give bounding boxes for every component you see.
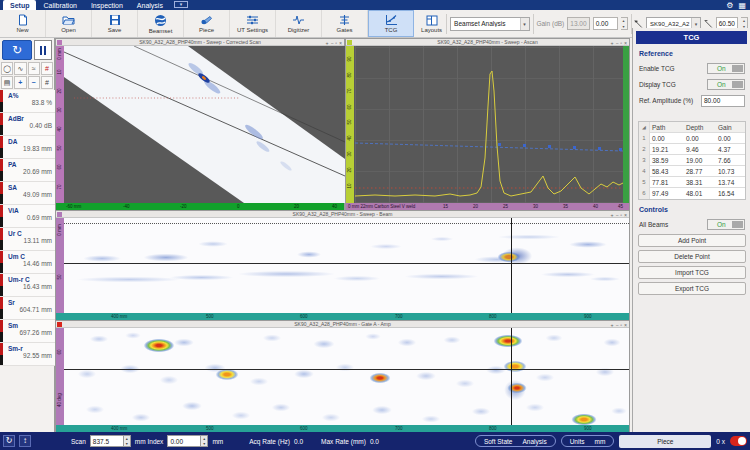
zoom-out-icon[interactable]: −	[615, 322, 618, 328]
zoom-in-icon[interactable]: +	[610, 40, 613, 46]
ref-amplitude-input[interactable]: 80.00	[701, 95, 745, 107]
reading-row-um-c[interactable]: Um C14.46 mm	[0, 251, 55, 274]
save-button[interactable]: Save	[92, 10, 138, 37]
reading-value: 92.55 mm	[8, 352, 52, 359]
beamset-button[interactable]: Beamset	[138, 10, 184, 37]
new-button[interactable]: New	[0, 10, 46, 37]
tcg-table-row[interactable]: 10.000.000.00	[639, 133, 745, 144]
ascan-plot[interactable]	[355, 46, 623, 203]
scan-spinner[interactable]: ▴▾	[124, 435, 131, 447]
grid-tool-button[interactable]: #	[41, 62, 53, 75]
menu-calibration[interactable]: Calibration	[36, 0, 83, 10]
menu-inspection[interactable]: Inspection	[84, 0, 130, 10]
zoom-out-icon[interactable]: −	[330, 40, 333, 46]
pause-button[interactable]	[34, 40, 52, 60]
scan-position-input[interactable]: 837.5	[90, 435, 124, 447]
spin-down-icon[interactable]: ▾	[201, 441, 207, 446]
reading-row-sm-r[interactable]: Sm-r92.55 mm	[0, 343, 55, 366]
display-tcg-toggle[interactable]: On	[707, 79, 745, 90]
close-icon[interactable]: ×	[624, 322, 627, 328]
sector-scan-plot[interactable]	[64, 46, 345, 203]
reading-row-pa[interactable]: PA20.69 mm	[0, 159, 55, 182]
reading-row-sr[interactable]: Sr604.71 mm	[0, 297, 55, 320]
import-tcg-button[interactable]: Import TCG	[638, 266, 746, 279]
cscan-scan-cursor[interactable]	[511, 328, 512, 425]
cscan-plot[interactable]	[64, 328, 629, 425]
bscan-gate-line[interactable]	[64, 263, 629, 264]
soft-state-selector[interactable]: Soft State Analysis	[475, 435, 556, 447]
sort-icon[interactable]: ◢	[639, 122, 650, 133]
bscan-plot[interactable]	[64, 218, 629, 313]
open-button[interactable]: Open	[46, 10, 92, 37]
chevron-down-icon[interactable]: ▾	[520, 18, 529, 30]
layout-dropdown-icon[interactable]: ▾	[174, 1, 188, 8]
gear-icon[interactable]: ⚙	[726, 1, 733, 10]
close-icon[interactable]: ×	[624, 40, 627, 46]
reading-row-via[interactable]: ViA0.69 mm	[0, 205, 55, 228]
add-point-button[interactable]: Add Point	[638, 234, 746, 247]
reading-row-a-percent[interactable]: A%83.8 %	[0, 90, 55, 113]
ut-settings-button[interactable]: UT Settings	[230, 10, 276, 37]
menu-analysis[interactable]: Analysis	[130, 0, 170, 10]
column-header-path[interactable]: Path	[650, 124, 684, 131]
units-selector[interactable]: Units mm	[561, 435, 615, 447]
bscan-scan-cursor[interactable]	[511, 218, 512, 313]
reading-row-sa[interactable]: SA49.09 mm	[0, 182, 55, 205]
maximize-icon[interactable]: ▫	[620, 40, 622, 46]
ellipse-tool-button[interactable]: ◯	[1, 62, 13, 75]
reading-row-adbr[interactable]: AdBr0.40 dB	[0, 113, 55, 136]
delete-point-button[interactable]: Delete Point	[638, 250, 746, 263]
tcg-table-row[interactable]: 219.219.464.37	[639, 144, 745, 155]
maximize-icon[interactable]: ▫	[335, 40, 337, 46]
gain-spinner[interactable]: ▴▾	[621, 17, 628, 30]
refresh-button[interactable]: ↻	[3, 435, 15, 447]
tcg-table-row[interactable]: 458.4328.7710.73	[639, 166, 745, 177]
cscan-index-cursor-line[interactable]	[64, 369, 629, 370]
tcg-button[interactable]: TCG	[368, 10, 414, 37]
index-spinner[interactable]: ▴▾	[201, 435, 208, 447]
tcg-table-row[interactable]: 697.4948.0116.54	[639, 188, 745, 199]
scroll-lock-button[interactable]: ↕	[19, 435, 31, 447]
maximize-icon[interactable]: ▫	[620, 322, 622, 328]
smoothing-tool-button[interactable]: ≈	[28, 62, 40, 75]
reading-row-sm[interactable]: Sm697.26 mm	[0, 320, 55, 343]
acquisition-toggle[interactable]	[730, 436, 747, 446]
zoom-in-icon[interactable]: +	[325, 40, 328, 46]
layouts-button[interactable]: Layouts	[420, 10, 443, 37]
report-button[interactable]: ▤	[1, 76, 13, 89]
piece-button[interactable]: Piece	[184, 10, 230, 37]
count-button[interactable]: #	[41, 76, 53, 89]
reading-row-ur-c[interactable]: Ur C13.11 mm	[0, 228, 55, 251]
close-icon[interactable]: ×	[339, 40, 342, 46]
close-icon[interactable]: ×	[624, 212, 627, 218]
zoom-out-icon[interactable]: −	[615, 40, 618, 46]
reading-row-da[interactable]: DA19.83 mm	[0, 136, 55, 159]
spin-down-icon[interactable]: ▾	[124, 441, 130, 446]
add-reading-button[interactable]: +	[14, 76, 26, 89]
column-header-gain[interactable]: Gain	[716, 124, 745, 131]
tcg-table-header[interactable]: ◢ Path Depth Gain	[639, 122, 745, 133]
beamset-analysis-select[interactable]: Beamset Analysis ▾	[450, 17, 529, 31]
maximize-icon[interactable]: ▫	[620, 212, 622, 218]
zoom-out-icon[interactable]: −	[615, 212, 618, 218]
export-tcg-button[interactable]: Export TCG	[638, 282, 746, 295]
piece-selector[interactable]: Piece	[619, 435, 711, 448]
enable-tcg-toggle[interactable]: On	[707, 63, 745, 74]
index-position-input[interactable]: 0.00	[167, 435, 201, 447]
spin-down-icon[interactable]: ▾	[621, 24, 627, 30]
gates-button[interactable]: Gates	[322, 10, 368, 37]
zoom-in-icon[interactable]: +	[610, 322, 613, 328]
reading-row-um-r-c[interactable]: Um-r C16.43 mm	[0, 274, 55, 297]
gain-input[interactable]: 0.00	[593, 17, 618, 30]
layout-grid-icon[interactable]: ▦	[738, 1, 746, 10]
column-header-depth[interactable]: Depth	[684, 124, 716, 131]
zoom-in-icon[interactable]: +	[610, 212, 613, 218]
tcg-table-row[interactable]: 577.8138.3113.74	[639, 177, 745, 188]
digitizer-button[interactable]: Digitizer	[276, 10, 322, 37]
remove-reading-button[interactable]: −	[28, 76, 40, 89]
all-beams-toggle[interactable]: On	[707, 219, 745, 230]
menu-setup[interactable]: Setup	[3, 0, 36, 10]
sync-button[interactable]: ↻	[2, 40, 32, 60]
tcg-table-row[interactable]: 338.5919.007.66	[639, 155, 745, 166]
envelope-tool-button[interactable]: ∿	[14, 62, 26, 75]
